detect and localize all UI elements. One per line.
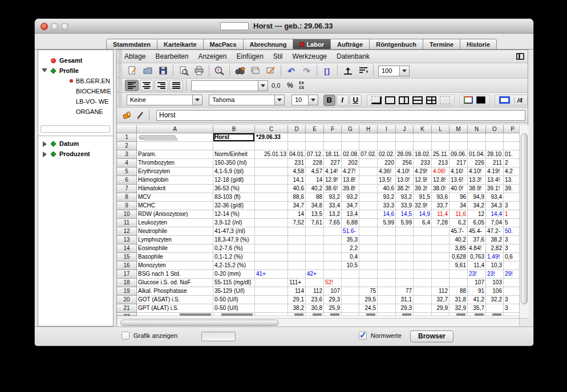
cell-N10[interactable]: 12 [468, 210, 486, 219]
cell-I4[interactable]: 220 [378, 159, 396, 168]
cell-K4[interactable]: 233 [414, 159, 432, 168]
cell-P9[interactable]: 3 [504, 202, 519, 210]
cell-K8[interactable]: 91,5 [414, 193, 432, 202]
cell-D16[interactable] [288, 262, 306, 270]
cell-G3[interactable]: 02.08. [342, 150, 359, 159]
cell-M19[interactable]: 88 [449, 287, 468, 296]
italic-button[interactable]: I [337, 95, 349, 106]
cell-C5[interactable] [255, 168, 288, 176]
cell-M4[interactable]: 217 [449, 159, 468, 168]
cell-A15[interactable]: Basophile [137, 253, 213, 262]
cell-J21[interactable]: 29,3 [396, 304, 414, 313]
cell-K19[interactable] [414, 287, 432, 296]
cell-G1[interactable] [342, 133, 359, 142]
cell-O2[interactable] [486, 142, 504, 150]
cell-E12[interactable] [306, 227, 324, 236]
sidebar-item-bb-ger-en[interactable]: BB,GER,EN [38, 76, 113, 85]
title-bar[interactable]: Horst --- geb.: 29.06.33 [35, 19, 533, 34]
cell-M8[interactable]: 96 [449, 193, 468, 202]
font-select[interactable]: Tahoma [209, 95, 285, 105]
cell-H8[interactable] [359, 193, 378, 202]
drag-grip[interactable] [118, 93, 122, 107]
cell-G9[interactable]: 34,7 [342, 202, 359, 210]
cell-L17[interactable] [432, 270, 449, 279]
cell-D14[interactable] [288, 244, 306, 253]
cell-N19[interactable]: 91 [468, 287, 486, 296]
cell-K13[interactable] [414, 236, 432, 244]
cell-K15[interactable] [414, 253, 432, 262]
cell-B3[interactable]: Norm/Einheit [213, 150, 255, 159]
cell-F6[interactable]: 12.9! [324, 176, 342, 185]
cell-F14[interactable] [324, 244, 342, 253]
cell-I12[interactable] [378, 227, 396, 236]
row-header-19[interactable]: 19 [117, 287, 137, 296]
align-left-button[interactable] [125, 80, 139, 91]
cell-M12[interactable]: 45.7- [449, 227, 468, 236]
cell-O3[interactable]: 28.10. [486, 150, 504, 159]
cell-E11[interactable]: 7,61 [306, 219, 324, 227]
menu-bearbeiten[interactable]: Bearbeiten [155, 52, 188, 60]
tab-abrechnung[interactable]: Abrechnung [244, 39, 294, 50]
cell-G16[interactable]: 10,5 [342, 262, 359, 270]
cell-J15[interactable] [396, 253, 414, 262]
cell-M5[interactable]: 4.16! [449, 168, 468, 176]
percent-format-button[interactable]: % [287, 81, 293, 89]
cell-P11[interactable]: 5 [504, 219, 519, 227]
cell-H11[interactable] [359, 219, 378, 227]
cell-O17[interactable]: 23! [486, 270, 504, 279]
cell-L2[interactable] [432, 142, 449, 150]
cell-F21[interactable]: 25,9 [324, 304, 342, 313]
cell-E3[interactable]: 07.12. [306, 150, 324, 159]
cell-G17[interactable] [342, 270, 359, 279]
drag-grip[interactable] [118, 79, 122, 92]
window-layout-icon[interactable] [516, 53, 524, 60]
column-header-J[interactable]: J [396, 125, 414, 133]
cell-O18[interactable]: 103 [486, 279, 504, 287]
cell-I9[interactable]: 33,3 [378, 202, 396, 210]
cell-D8[interactable]: 88,6 [288, 193, 306, 202]
cell-B18[interactable]: 55-115 (mg/dl) [213, 279, 255, 287]
border-horizontal-icon[interactable] [412, 96, 423, 104]
cell-L14[interactable] [432, 244, 449, 253]
cell-A18[interactable]: Glucose i.S. od. NaF [137, 279, 213, 287]
cell-G19[interactable] [342, 287, 359, 296]
cell-J6[interactable]: 13.0! [396, 176, 414, 185]
cell-N2[interactable] [468, 142, 486, 150]
cell-H12[interactable] [359, 227, 378, 236]
cell-P10[interactable]: 1 [504, 210, 519, 219]
cell-H3[interactable]: 07.02. [359, 150, 378, 159]
cell-D7[interactable]: 40,6 [288, 185, 306, 193]
erase-button[interactable] [121, 109, 133, 121]
border-none-icon[interactable] [440, 96, 450, 104]
cell-D12[interactable] [288, 227, 306, 236]
cell-F11[interactable]: 7,65 [324, 219, 342, 227]
cell-B4[interactable]: 150-350 (/nl) [213, 159, 255, 168]
cell-J19[interactable]: 77 [396, 287, 414, 296]
row-header-9[interactable]: 9 [117, 202, 137, 210]
cell-J12[interactable] [396, 227, 414, 236]
cell-F16[interactable] [324, 262, 342, 270]
cell-K5[interactable]: 4.29! [414, 168, 432, 176]
cell-N4[interactable]: 226 [468, 159, 486, 168]
brackets-button[interactable]: [] [320, 64, 334, 77]
cell-D15[interactable] [288, 253, 306, 262]
cell-H19[interactable]: 75 [359, 287, 378, 296]
cell-G12[interactable]: 51.6- [342, 227, 359, 236]
cell-D1[interactable] [288, 133, 306, 142]
cell-N21[interactable]: 35,7 [468, 304, 486, 313]
cell-D11[interactable]: 7,52 [288, 219, 306, 227]
cell-L21[interactable]: 29,9 [432, 304, 449, 313]
cell-G14[interactable]: 2,2 [342, 244, 359, 253]
column-header-P[interactable]: P [504, 125, 519, 133]
cell-C8[interactable] [255, 193, 288, 202]
cell-M14[interactable]: 3,85 [449, 244, 468, 253]
cell-L1[interactable] [432, 133, 449, 142]
tab-karteikarte[interactable]: Karteikarte [157, 39, 203, 50]
cell-B21[interactable]: 0-50 (U/l) [213, 304, 255, 313]
cell-B10[interactable]: 12-14 (%) [213, 210, 255, 219]
cell-K17[interactable] [414, 270, 432, 279]
cell-D9[interactable]: 34,7 [288, 202, 306, 210]
cell-F8[interactable]: 93,2 [324, 193, 342, 202]
cell-E4[interactable]: 228 [306, 159, 324, 168]
cell-I10[interactable]: 14,6 [378, 210, 396, 219]
